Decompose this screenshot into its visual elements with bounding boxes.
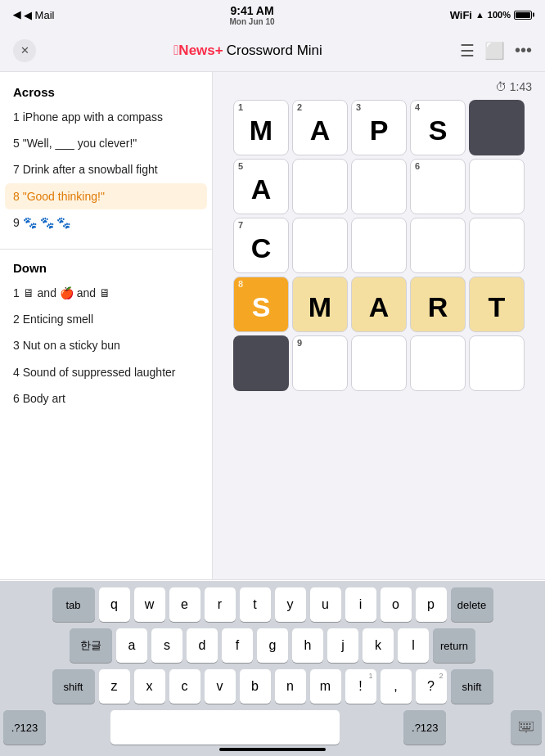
key-p[interactable]: p [416, 587, 447, 622]
shift-label: shift [64, 681, 83, 693]
clue-down-2[interactable]: 2 Enticing smell [0, 306, 212, 332]
cell-0-4 [469, 100, 525, 155]
cell-3-0[interactable]: 8 S [233, 277, 289, 332]
key-g[interactable]: g [257, 628, 288, 663]
cell-1-1[interactable] [292, 159, 348, 214]
key-r[interactable]: r [205, 587, 236, 622]
clue-across-8[interactable]: 8 "Good thinking!" [5, 183, 207, 209]
lang-key[interactable]: 한글 [70, 628, 112, 663]
key-z[interactable]: z [99, 669, 130, 704]
status-left: ◀ ◀ Mail [13, 9, 54, 21]
key-label: r [218, 597, 222, 612]
cell-4-4[interactable] [469, 335, 525, 391]
key-b[interactable]: b [240, 669, 271, 704]
clue-down-4[interactable]: 4 Sound of suppressed laughter [0, 359, 212, 385]
num-key-left[interactable]: .?123 [3, 710, 46, 745]
cell-1-2[interactable] [351, 159, 407, 214]
key-q[interactable]: q [99, 587, 130, 622]
num-key-right[interactable]: .?123 [403, 710, 446, 745]
clue-across-7[interactable]: 7 Drink after a snowball fight [0, 156, 212, 182]
down-title: Down [0, 258, 212, 280]
key-label: p [427, 597, 435, 612]
key-question[interactable]: 2? [416, 669, 447, 704]
cell-0-2[interactable]: 3 P [351, 100, 407, 155]
space-key[interactable] [110, 710, 340, 745]
cell-2-3[interactable] [410, 218, 466, 273]
list-icon[interactable]: ☰ [460, 41, 475, 61]
keyboard-row-2: 한글 a s d f g h j k l return [3, 628, 542, 663]
key-n[interactable]: n [275, 669, 306, 704]
clue-across-1[interactable]: 1 iPhone app with a compass [0, 104, 212, 130]
key-u[interactable]: u [310, 587, 341, 622]
key-t[interactable]: t [240, 587, 271, 622]
apple-news-logo: News+ [173, 43, 223, 59]
clue-number: 9 [13, 216, 23, 229]
shift-left-key[interactable]: shift [52, 669, 95, 704]
key-label: b [251, 679, 259, 694]
cell-2-0[interactable]: 7 C [233, 218, 289, 273]
clue-down-1[interactable]: 1 🖥 and 🍎 and 🖥 [0, 280, 212, 306]
key-label: v [217, 679, 223, 694]
clue-across-5[interactable]: 5 "Well, ___ you clever!" [0, 130, 212, 156]
cell-2-2[interactable] [351, 218, 407, 273]
clue-down-6[interactable]: 6 Body art [0, 385, 212, 412]
key-e[interactable]: e [169, 587, 200, 622]
cell-1-4[interactable] [469, 159, 525, 214]
clue-down-3[interactable]: 3 Nut on a sticky bun [0, 332, 212, 358]
more-icon[interactable]: ••• [515, 41, 532, 60]
cell-4-2[interactable] [351, 335, 407, 391]
key-label: o [392, 597, 399, 612]
nav-icons: ☰ ⬜ ••• [460, 41, 532, 61]
svg-rect-7 [526, 727, 528, 728]
key-exclaim[interactable]: 1! [345, 669, 376, 704]
key-x[interactable]: x [134, 669, 165, 704]
key-comma[interactable]: , [381, 669, 412, 704]
key-o[interactable]: o [381, 587, 412, 622]
main-content: Across 1 iPhone app with a compass 5 "We… [0, 72, 545, 579]
key-label: q [110, 597, 118, 612]
cell-1-3[interactable]: 6 [410, 159, 466, 214]
key-k[interactable]: k [363, 628, 394, 663]
cell-number: 2 [297, 103, 302, 112]
key-c[interactable]: c [169, 669, 200, 704]
cell-1-0[interactable]: 5 A [233, 159, 289, 214]
shift-right-key[interactable]: shift [451, 669, 493, 704]
return-key[interactable]: return [433, 628, 475, 663]
cell-3-1[interactable]: M [292, 277, 348, 332]
key-d[interactable]: d [187, 628, 218, 663]
key-f[interactable]: f [222, 628, 253, 663]
cell-0-0[interactable]: 1 M [233, 100, 289, 155]
display-icon[interactable]: ⬜ [484, 41, 505, 61]
tab-key[interactable]: tab [52, 587, 95, 622]
clue-across-9[interactable]: 9 🐾 🐾 🐾 [0, 209, 212, 236]
cell-4-3[interactable] [410, 335, 466, 391]
key-i[interactable]: i [345, 587, 376, 622]
cell-0-3[interactable]: 4 S [410, 100, 466, 155]
keyboard-icon-key[interactable] [511, 710, 542, 745]
svg-rect-2 [523, 723, 525, 725]
cell-3-4[interactable]: T [469, 277, 525, 332]
delete-key[interactable]: delete [451, 587, 493, 622]
cell-2-1[interactable] [292, 218, 348, 273]
key-w[interactable]: w [134, 587, 165, 622]
key-m[interactable]: m [310, 669, 341, 704]
cell-3-3[interactable]: R [410, 277, 466, 332]
close-button[interactable]: ✕ [13, 39, 36, 62]
key-s[interactable]: s [151, 628, 182, 663]
key-y[interactable]: y [275, 587, 306, 622]
key-a[interactable]: a [116, 628, 147, 663]
cell-2-4[interactable] [469, 218, 525, 273]
tab-label: tab [65, 599, 80, 611]
key-label: u [322, 597, 329, 612]
key-h[interactable]: h [292, 628, 323, 663]
key-l[interactable]: l [398, 628, 429, 663]
key-v[interactable]: v [205, 669, 236, 704]
cell-3-2[interactable]: A [351, 277, 407, 332]
cell-0-1[interactable]: 2 A [292, 100, 348, 155]
cell-4-1[interactable]: 9 [292, 335, 348, 391]
down-section: Down 1 🖥 and 🍎 and 🖥 2 Enticing smell 3 … [0, 249, 212, 412]
key-label: , [394, 679, 397, 694]
key-label: ! [358, 679, 362, 694]
timer-value: 1:43 [510, 80, 532, 93]
key-j[interactable]: j [327, 628, 358, 663]
